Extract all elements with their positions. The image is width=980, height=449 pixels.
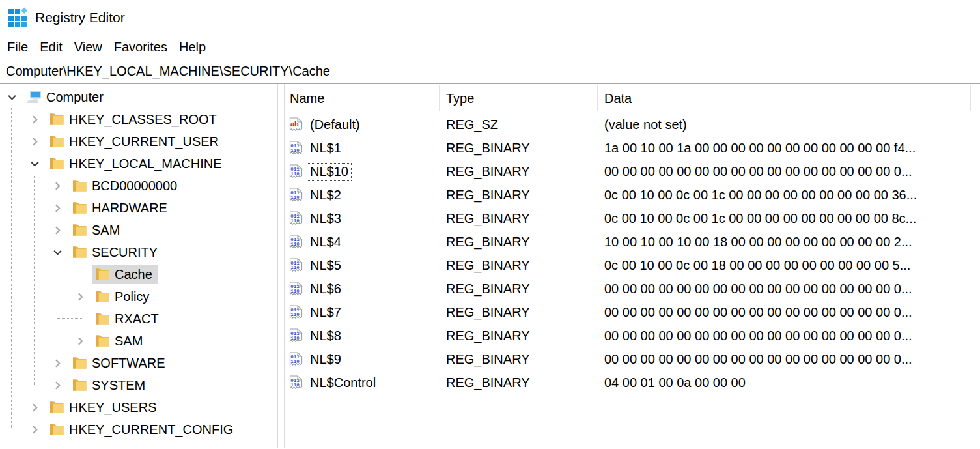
registry-value-row[interactable]: 011110NL$8REG_BINARY00 00 00 00 00 00 00… — [288, 324, 980, 347]
tree-item-hkey-classes-root[interactable]: HKEY_CLASSES_ROOT — [0, 108, 277, 130]
registry-value-row[interactable]: 011110NL$4REG_BINARY10 00 10 00 10 00 18… — [288, 230, 980, 253]
tree-item-content: HKEY_USERS — [47, 398, 162, 417]
chevron-right-icon[interactable] — [52, 224, 70, 236]
value-name: NL$4 — [307, 233, 344, 251]
folder-icon — [94, 334, 110, 348]
folder-icon — [49, 112, 64, 126]
svg-text:ab: ab — [290, 120, 299, 128]
value-type: REG_BINARY — [440, 352, 598, 367]
tree-item-content: SYSTEM — [70, 376, 150, 395]
tree-item-rxact[interactable]: RXACT — [0, 308, 277, 330]
chevron-down-icon[interactable] — [7, 91, 24, 103]
string-value-icon: ab — [288, 117, 303, 132]
binary-value-icon: 011110 — [288, 281, 303, 297]
value-data: (value not set) — [598, 117, 980, 132]
menu-view[interactable]: View — [68, 37, 108, 57]
registry-value-row[interactable]: 011110NL$6REG_BINARY00 00 00 00 00 00 00… — [288, 277, 980, 300]
tree-item-sam[interactable]: SAM — [0, 330, 277, 352]
svg-text:110: 110 — [290, 312, 300, 317]
menu-file[interactable]: File — [1, 37, 34, 57]
tree-item-label: HKEY_CURRENT_CONFIG — [69, 422, 233, 437]
svg-text:110: 110 — [290, 265, 300, 270]
tree-item-content: Policy — [92, 287, 154, 306]
tree-item-content: Computer — [24, 88, 109, 107]
tree-item-hkey-current-user[interactable]: HKEY_CURRENT_USER — [0, 130, 277, 152]
value-data: 00 00 00 00 00 00 00 00 00 00 00 00 00 0… — [598, 305, 980, 320]
pane-splitter[interactable] — [278, 84, 285, 448]
menu-favorites[interactable]: Favorites — [108, 37, 173, 57]
chevron-right-icon[interactable] — [75, 291, 92, 302]
tree-item-content: SAM — [92, 332, 148, 351]
column-header-type[interactable]: Type — [440, 85, 598, 111]
svg-text:110: 110 — [290, 148, 300, 153]
address-bar[interactable]: Computer\HKEY_LOCAL_MACHINE\SECURITY\Cac… — [0, 59, 980, 84]
binary-value-icon: 011110 — [288, 351, 303, 367]
value-type: REG_BINARY — [440, 305, 598, 320]
tree-item-label: HKEY_CURRENT_USER — [69, 134, 219, 149]
folder-icon — [49, 400, 64, 414]
value-name-cell: 011110NL$3 — [288, 210, 440, 227]
binary-value-icon: 011110 — [288, 304, 303, 320]
menu-edit[interactable]: Edit — [34, 37, 68, 57]
registry-value-row[interactable]: ab(Default)REG_SZ(value not set) — [288, 113, 980, 136]
value-data: 00 00 00 00 00 00 00 00 00 00 00 00 00 0… — [598, 352, 980, 367]
chevron-down-icon[interactable] — [29, 158, 47, 169]
value-name: NL$5 — [307, 257, 344, 274]
tree-item-content: BCD00000000 — [70, 177, 182, 196]
folder-icon — [94, 289, 110, 304]
tree-item-software[interactable]: SOFTWARE — [0, 352, 277, 374]
registry-value-row[interactable]: 011110NL$7REG_BINARY00 00 00 00 00 00 00… — [288, 300, 980, 324]
chevron-right-icon[interactable] — [52, 180, 70, 192]
menu-help[interactable]: Help — [173, 37, 212, 57]
folder-icon — [72, 245, 87, 259]
tree-item-security[interactable]: SECURITY — [0, 241, 277, 263]
chevron-right-icon[interactable] — [29, 401, 47, 413]
chevron-right-icon[interactable] — [52, 202, 70, 214]
chevron-right-icon[interactable] — [52, 379, 70, 391]
tree-item-computer[interactable]: Computer — [0, 86, 277, 108]
computer-icon — [26, 90, 42, 104]
value-type: REG_BINARY — [440, 282, 598, 297]
value-name-cell: 011110NL$5 — [288, 257, 440, 274]
tree-item-hkey-local-machine[interactable]: HKEY_LOCAL_MACHINE — [0, 152, 277, 175]
tree-item-label: BCD00000000 — [92, 179, 177, 194]
column-header-data[interactable]: Data — [598, 85, 971, 111]
tree-item-content: HARDWARE — [70, 199, 173, 218]
value-name: NL$3 — [307, 210, 344, 227]
binary-value-icon: 011110 — [288, 164, 303, 179]
tree-item-label: HARDWARE — [92, 201, 167, 216]
chevron-right-icon[interactable] — [29, 113, 47, 125]
value-name: NL$1 — [307, 139, 344, 157]
registry-value-row[interactable]: 011110NL$ControlREG_BINARY04 00 01 00 0a… — [288, 371, 980, 394]
tree-item-bcd00000000[interactable]: BCD00000000 — [0, 175, 277, 197]
folder-icon — [49, 134, 64, 149]
tree-item-hkey-users[interactable]: HKEY_USERS — [0, 396, 277, 418]
value-name-cell: 011110NL$1 — [288, 139, 440, 157]
registry-value-row[interactable]: 011110NL$2REG_BINARY0c 00 10 00 0c 00 1c… — [288, 183, 980, 207]
registry-value-row[interactable]: 011110NL$1REG_BINARY1a 00 10 00 1a 00 00… — [288, 136, 980, 160]
chevron-right-icon[interactable] — [29, 136, 47, 147]
value-name: NL$8 — [307, 327, 344, 345]
tree-item-content: HKEY_CURRENT_CONFIG — [47, 420, 238, 439]
registry-value-row[interactable]: 011110NL$5REG_BINARY0c 00 10 00 0c 00 18… — [288, 253, 980, 277]
tree-item-system[interactable]: SYSTEM — [0, 374, 277, 396]
registry-value-row[interactable]: 011110NL$9REG_BINARY00 00 00 00 00 00 00… — [288, 347, 980, 371]
column-header-name[interactable]: Name — [288, 85, 440, 111]
value-type: REG_BINARY — [440, 328, 598, 343]
registry-value-row[interactable]: 011110NL$3REG_BINARY0c 00 10 00 0c 00 1c… — [288, 207, 980, 230]
tree-item-sam[interactable]: SAM — [0, 219, 277, 241]
tree-item-policy[interactable]: Policy — [0, 285, 277, 308]
tree-item-label: Cache — [115, 267, 152, 282]
tree-item-hardware[interactable]: HARDWARE — [0, 197, 277, 219]
registry-value-row[interactable]: 011110NL$10REG_BINARY00 00 00 00 00 00 0… — [288, 160, 980, 183]
chevron-right-icon[interactable] — [52, 357, 70, 369]
tree-item-cache[interactable]: Cache — [0, 263, 277, 285]
value-data: 1a 00 10 00 1a 00 00 00 00 00 00 00 00 0… — [598, 141, 980, 156]
tree-item-label: HKEY_LOCAL_MACHINE — [69, 156, 222, 171]
chevron-down-icon[interactable] — [52, 246, 70, 258]
chevron-right-icon[interactable] — [29, 424, 47, 435]
chevron-right-icon[interactable] — [75, 335, 92, 347]
registry-values-pane: NameTypeData ab(Default)REG_SZ(value not… — [285, 84, 980, 448]
tree-item-label: Policy — [115, 289, 149, 304]
tree-item-hkey-current-config[interactable]: HKEY_CURRENT_CONFIG — [0, 418, 277, 441]
